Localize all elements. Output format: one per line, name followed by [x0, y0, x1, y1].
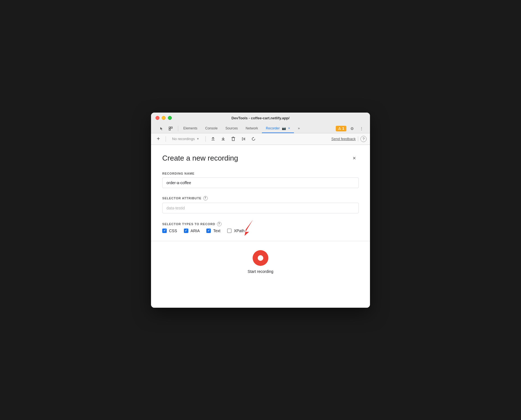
title-bar: DevTools - coffee-cart.netlify.app/	[151, 113, 370, 133]
window-title: DevTools - coffee-cart.netlify.app/	[232, 116, 290, 120]
tab-network[interactable]: Network	[242, 124, 262, 133]
dialog-title: Create a new recording	[162, 154, 238, 163]
close-dialog-button[interactable]: ×	[350, 154, 359, 163]
svg-rect-1	[169, 129, 170, 130]
css-checkbox[interactable]: ✓	[162, 229, 167, 233]
play-step-button[interactable]	[239, 135, 247, 143]
start-recording-section: Start recording	[151, 241, 370, 285]
record-dot-icon	[258, 255, 263, 261]
selector-attribute-label: SELECTOR ATTRIBUTE ?	[162, 196, 359, 200]
import-button[interactable]	[219, 135, 227, 143]
more-menu-button[interactable]: ⋮	[358, 125, 365, 133]
checkbox-css[interactable]: ✓ CSS	[162, 229, 177, 233]
checkbox-aria[interactable]: ✓ ARIA	[184, 229, 200, 233]
no-recordings-label: No recordings	[172, 137, 195, 141]
recording-name-section: RECORDING NAME	[162, 172, 359, 188]
toolbar-right: Send feedback ?	[331, 136, 367, 142]
selector-attribute-section: SELECTOR ATTRIBUTE ?	[162, 196, 359, 213]
toolbar-divider-1	[166, 136, 166, 142]
tabs-right-actions: ⚠ 1 ⚙ ⋮	[336, 125, 365, 133]
selector-types-label: SELECTOR TYPES TO RECORD ?	[162, 222, 221, 226]
selector-types-section: SELECTOR TYPES TO RECORD ? ✓ CSS	[162, 221, 359, 233]
warning-icon: ⚠	[338, 127, 341, 131]
toolbar-divider-right	[358, 136, 358, 141]
toolbar-divider-2	[205, 136, 206, 142]
cursor-tool-icon[interactable]	[158, 125, 166, 133]
svg-rect-2	[171, 127, 172, 128]
fullscreen-window-button[interactable]	[168, 116, 172, 120]
tabs-bar: Elements Console Sources Network Recorde…	[156, 123, 365, 133]
css-label: CSS	[169, 229, 177, 233]
tab-console[interactable]: Console	[201, 124, 221, 133]
minimize-window-button[interactable]	[162, 116, 166, 120]
issues-badge-button[interactable]: ⚠ 1	[336, 126, 346, 131]
inspect-element-icon[interactable]	[167, 125, 175, 133]
dropdown-chevron-icon: ▼	[196, 137, 199, 140]
aria-label: ARIA	[191, 229, 200, 233]
selector-types-help-icon[interactable]: ?	[217, 222, 221, 226]
selector-attribute-help-icon[interactable]: ?	[203, 196, 208, 200]
xpath-checkbox[interactable]	[227, 229, 232, 233]
start-recording-label: Start recording	[248, 269, 273, 274]
close-tab-icon[interactable]: ×	[288, 126, 290, 130]
text-checkbox[interactable]: ✓	[206, 229, 211, 233]
export-button[interactable]	[209, 135, 217, 143]
settings-button[interactable]: ⚙	[348, 125, 356, 133]
traffic-lights	[156, 116, 172, 120]
delete-recording-button[interactable]	[229, 135, 237, 143]
start-recording-button[interactable]	[253, 250, 268, 266]
checkboxes-row: ✓ CSS ✓ ARIA ✓	[162, 229, 359, 233]
tab-more[interactable]: »	[294, 124, 304, 133]
main-content: Create a new recording × RECORDING NAME …	[151, 145, 370, 308]
svg-rect-0	[169, 127, 170, 128]
tab-divider-left	[178, 126, 178, 131]
aria-checkbox[interactable]: ✓	[184, 229, 188, 233]
text-label: Text	[213, 229, 220, 233]
badge-count: 1	[342, 127, 344, 131]
replay-button[interactable]	[250, 135, 257, 143]
send-feedback-link[interactable]: Send feedback	[331, 137, 356, 141]
red-arrow-annotation	[235, 220, 258, 236]
annotation-area: SELECTOR TYPES TO RECORD ?	[162, 222, 221, 229]
tab-recorder[interactable]: Recorder 📷 ×	[262, 124, 294, 133]
dialog-header: Create a new recording ×	[162, 154, 359, 163]
add-recording-button[interactable]: +	[154, 135, 162, 143]
checkbox-text[interactable]: ✓ Text	[206, 229, 220, 233]
selector-attribute-input[interactable]	[162, 203, 359, 213]
help-button[interactable]: ?	[360, 136, 367, 142]
recorder-icon: 📷	[282, 126, 286, 130]
recording-name-input[interactable]	[162, 177, 359, 188]
dialog-wrapper: Create a new recording × RECORDING NAME …	[151, 145, 370, 233]
tab-sources[interactable]: Sources	[221, 124, 242, 133]
tab-elements[interactable]: Elements	[179, 124, 201, 133]
recordings-dropdown[interactable]: No recordings ▼	[169, 136, 202, 142]
devtools-window: DevTools - coffee-cart.netlify.app/	[151, 113, 370, 308]
recording-name-label: RECORDING NAME	[162, 172, 359, 175]
recorder-toolbar: + No recordings ▼	[151, 133, 370, 145]
close-window-button[interactable]	[156, 116, 159, 120]
